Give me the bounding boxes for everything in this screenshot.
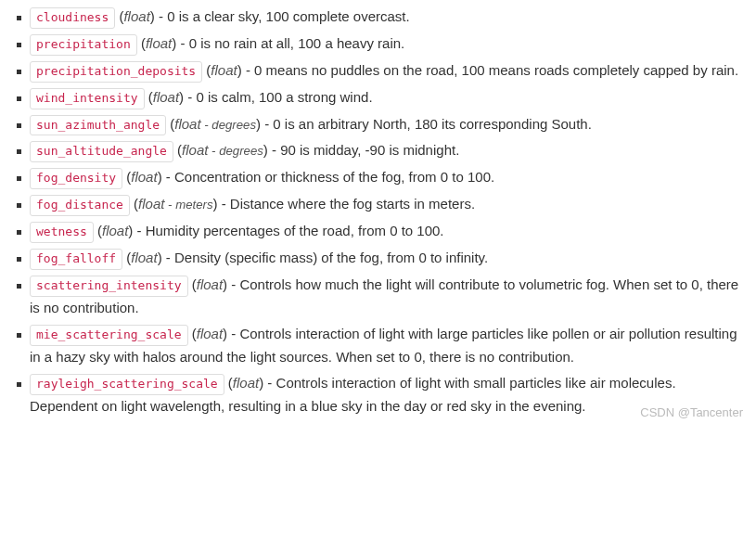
- variable-type: float: [131, 250, 157, 265]
- variable-unit: degrees: [219, 144, 263, 158]
- list-item: cloudiness (float) - 0 is a clear sky, 1…: [9, 6, 747, 29]
- variable-name: cloudiness: [30, 7, 115, 29]
- close-paren: ): [259, 375, 263, 391]
- variable-type: float: [197, 276, 223, 292]
- list-item: wind_intensity (float) - 0 is calm, 100 …: [9, 86, 747, 109]
- variable-type: float: [138, 196, 164, 212]
- close-paren: ): [213, 196, 218, 212]
- close-paren: ): [158, 250, 162, 265]
- close-paren: ): [158, 169, 162, 185]
- close-paren: ): [223, 326, 227, 341]
- variable-type: float: [197, 326, 223, 341]
- list-item: wetness (float) - Humidity percentages o…: [9, 220, 747, 243]
- close-paren: ): [223, 276, 227, 292]
- list-item: scattering_intensity (float) - Controls …: [9, 274, 747, 319]
- unit-separator: -: [164, 198, 175, 212]
- variable-name: rayleigh_scattering_scale: [30, 374, 224, 395]
- variable-description: 90 is midday, -90 is midnight.: [280, 142, 459, 158]
- variable-description: 0 is an arbitrary North, 180 its corresp…: [273, 116, 592, 132]
- variable-type: float: [146, 35, 172, 51]
- variable-name: scattering_intensity: [30, 276, 188, 297]
- variable-name: sun_azimuth_angle: [30, 115, 166, 136]
- list-item: fog_density (float) - Concentration or t…: [9, 166, 747, 189]
- variable-type: float: [174, 116, 200, 132]
- close-paren: ): [179, 89, 184, 105]
- unit-separator: -: [201, 118, 212, 132]
- list-item: precipitation (float) - 0 is no rain at …: [9, 32, 747, 56]
- list-item: mie_scattering_scale (float) - Controls …: [9, 323, 747, 368]
- variable-type: float: [123, 8, 149, 24]
- variable-type: float: [211, 62, 237, 78]
- unit-separator: -: [208, 144, 219, 158]
- close-paren: ): [128, 223, 133, 238]
- variable-name: wind_intensity: [30, 88, 145, 109]
- close-paren: ): [256, 116, 261, 132]
- variable-description: Humidity percentages of the road, from 0…: [146, 223, 444, 238]
- variable-type: float: [153, 89, 179, 105]
- list-item: fog_distance (float - meters) - Distance…: [9, 193, 747, 216]
- variable-name: precipitation_deposits: [30, 61, 202, 83]
- variable-description: 0 is no rain at all, 100 a heavy rain.: [189, 35, 405, 51]
- list-item: rayleigh_scattering_scale (float) - Cont…: [9, 372, 747, 417]
- list-item: fog_falloff (float) - Density (specific …: [9, 247, 747, 270]
- list-item: sun_altitude_angle (float - degrees) - 9…: [9, 139, 747, 162]
- variable-unit: degrees: [211, 118, 256, 132]
- variable-type: float: [131, 169, 157, 185]
- close-paren: ): [263, 142, 268, 158]
- watermark: CSDN @Tancenter: [640, 404, 743, 423]
- variable-description: 0 is calm, 100 a strong wind.: [196, 89, 372, 105]
- variable-type: float: [233, 375, 259, 391]
- variable-type: float: [182, 142, 208, 158]
- variable-name: fog_density: [30, 168, 122, 189]
- variable-description: Distance where the fog starts in meters.: [230, 196, 475, 212]
- variable-description: Density (specific mass) of the fog, from…: [174, 250, 488, 265]
- close-paren: ): [172, 35, 176, 51]
- variable-description: 0 means no puddles on the road, 100 mean…: [254, 62, 738, 78]
- list-item: sun_azimuth_angle (float - degrees) - 0 …: [9, 113, 747, 136]
- variable-name: wetness: [30, 222, 94, 243]
- variable-description: 0 is a clear sky, 100 complete overcast.: [167, 8, 410, 24]
- variable-description: Concentration or thickness of the fog, f…: [174, 169, 494, 185]
- variable-name: sun_altitude_angle: [30, 141, 173, 162]
- variable-name: precipitation: [30, 34, 137, 56]
- variable-name: fog_falloff: [30, 249, 122, 270]
- variable-name: mie_scattering_scale: [30, 325, 188, 346]
- list-item: precipitation_deposits (float) - 0 means…: [9, 59, 747, 83]
- variable-name: fog_distance: [30, 195, 130, 216]
- close-paren: ): [237, 62, 242, 78]
- close-paren: ): [150, 8, 155, 24]
- variable-type: float: [102, 223, 128, 238]
- parameter-list: cloudiness (float) - 0 is a clear sky, 1…: [9, 6, 747, 417]
- variable-unit: meters: [175, 198, 212, 212]
